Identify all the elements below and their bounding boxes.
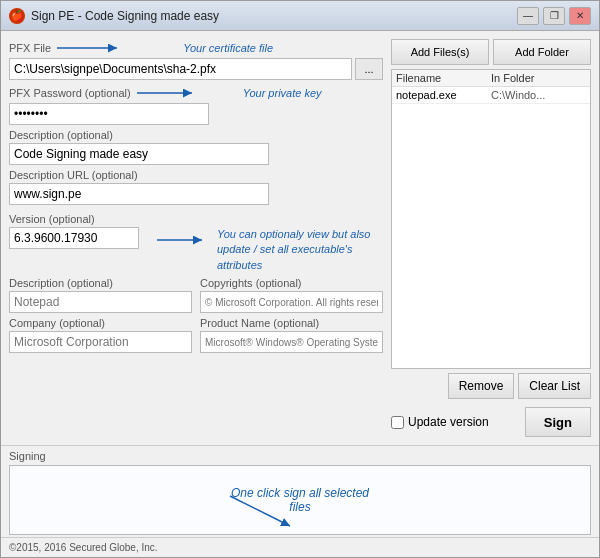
- file-buttons-row: Add Files(s) Add Folder: [391, 39, 591, 65]
- company-label: Company (optional): [9, 317, 192, 329]
- update-version-label: Update version: [408, 415, 489, 429]
- copyrights-label: Copyrights (optional): [200, 277, 383, 289]
- remove-button[interactable]: Remove: [448, 373, 515, 399]
- footer-text: ©2015, 2016 Secured Globe, Inc.: [9, 542, 158, 553]
- pfx-file-row: ...: [9, 58, 383, 80]
- version-group: Version (optional): [9, 213, 149, 249]
- main-window: 🍎 Sign PE - Code Signing made easy — ❐ ✕…: [0, 0, 600, 558]
- desc-optional-group: Description (optional): [9, 277, 192, 313]
- pfx-password-annotation: Your private key: [243, 87, 322, 99]
- version-annotation: You can optionaly view but alsoupdate / …: [217, 227, 371, 273]
- add-files-button[interactable]: Add Files(s): [391, 39, 489, 65]
- pfx-file-input[interactable]: [9, 58, 352, 80]
- product-name-input[interactable]: [200, 331, 383, 353]
- version-input[interactable]: [9, 227, 139, 249]
- title-bar-left: 🍎 Sign PE - Code Signing made easy: [9, 8, 219, 24]
- signing-label: Signing: [9, 450, 591, 462]
- file-list-header: Filename In Folder: [392, 70, 590, 87]
- description-url-input[interactable]: [9, 183, 269, 205]
- pfx-annotation-arrow: [57, 39, 177, 57]
- version-label: Version (optional): [9, 213, 95, 225]
- clear-list-button[interactable]: Clear List: [518, 373, 591, 399]
- right-panel: Add Files(s) Add Folder Filename In Fold…: [391, 39, 591, 437]
- file-row-name: notepad.exe: [396, 89, 491, 101]
- product-name-label: Product Name (optional): [200, 317, 383, 329]
- update-version-checkbox[interactable]: [391, 416, 404, 429]
- signing-annotation: One click sign all selectedfiles: [231, 486, 369, 514]
- copyrights-input[interactable]: [200, 291, 383, 313]
- company-input[interactable]: [9, 331, 192, 353]
- version-annotation-arrow: [157, 230, 217, 270]
- description-url-group: Description URL (optional): [9, 169, 383, 205]
- left-panel: PFX File Your certificate file .: [9, 39, 383, 437]
- file-list-area: Filename In Folder notepad.exe C:\Windo.…: [391, 69, 591, 369]
- col-filename-header: Filename: [396, 72, 491, 84]
- description-url-label: Description URL (optional): [9, 169, 383, 181]
- browse-button[interactable]: ...: [355, 58, 383, 80]
- desc-copyright-row: Description (optional) Copyrights (optio…: [9, 277, 383, 313]
- file-list-row[interactable]: notepad.exe C:\Windo...: [392, 87, 590, 104]
- signing-section: Signing One click sign all selectedfiles: [1, 445, 599, 537]
- window-title: Sign PE - Code Signing made easy: [31, 9, 219, 23]
- desc-optional-input[interactable]: [9, 291, 192, 313]
- copyrights-group: Copyrights (optional): [200, 277, 383, 313]
- update-version-row: Update version: [391, 415, 489, 429]
- pfx-password-input[interactable]: [9, 103, 209, 125]
- restore-button[interactable]: ❐: [543, 7, 565, 25]
- close-button[interactable]: ✕: [569, 7, 591, 25]
- pfx-password-label: PFX Password (optional): [9, 87, 131, 99]
- pfx-file-label: PFX File: [9, 42, 51, 54]
- title-controls: — ❐ ✕: [517, 7, 591, 25]
- signing-area: One click sign all selectedfiles: [9, 465, 591, 535]
- product-name-group: Product Name (optional): [200, 317, 383, 353]
- sign-button[interactable]: Sign: [525, 407, 591, 437]
- pfx-password-group: PFX Password (optional) Your private key: [9, 84, 383, 125]
- title-bar: 🍎 Sign PE - Code Signing made easy — ❐ ✕: [1, 1, 599, 31]
- col-infolder-header: In Folder: [491, 72, 586, 84]
- app-icon: 🍎: [9, 8, 25, 24]
- company-product-row: Company (optional) Product Name (optiona…: [9, 317, 383, 353]
- file-action-buttons: Remove Clear List: [391, 373, 591, 399]
- minimize-button[interactable]: —: [517, 7, 539, 25]
- footer: ©2015, 2016 Secured Globe, Inc.: [1, 537, 599, 557]
- pfx-file-group: PFX File Your certificate file .: [9, 39, 383, 80]
- file-row-folder: C:\Windo...: [491, 89, 586, 101]
- description-group: Description (optional): [9, 129, 383, 165]
- desc-optional-label: Description (optional): [9, 277, 192, 289]
- sign-row: Update version Sign: [391, 403, 591, 437]
- company-group: Company (optional): [9, 317, 192, 353]
- add-folder-button[interactable]: Add Folder: [493, 39, 591, 65]
- pfx-password-annotation-arrow: [137, 84, 237, 102]
- pfx-file-annotation: Your certificate file: [183, 42, 273, 54]
- description-input[interactable]: [9, 143, 269, 165]
- description-label: Description (optional): [9, 129, 383, 141]
